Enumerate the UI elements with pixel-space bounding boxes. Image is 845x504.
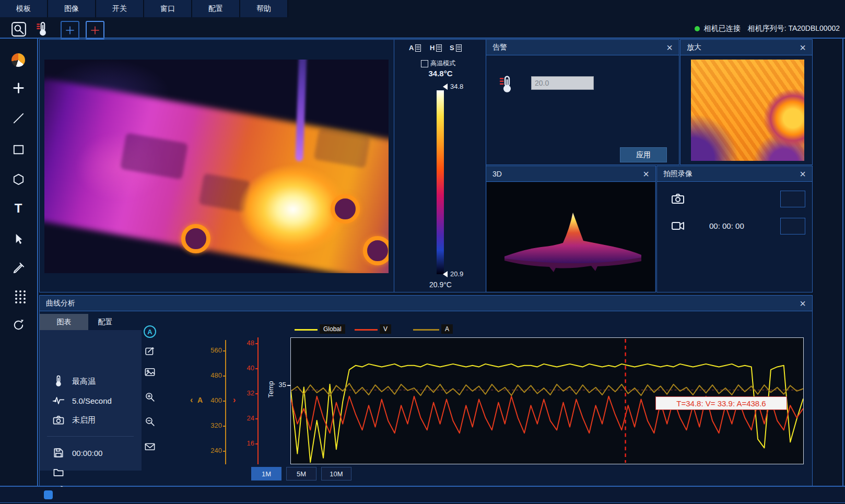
scale-min-temp: 20.9°C — [394, 280, 487, 289]
alarm-thermometer-button[interactable] — [34, 21, 51, 38]
3d-panel-title: 3D — [492, 170, 502, 178]
magnify-panel-titlebar: 放大 × — [680, 40, 812, 55]
open-folder-button[interactable] — [52, 465, 65, 479]
connection-status: 相机已连接 相机序列号: TA20DBL00002 — [695, 24, 840, 33]
auto-scale-button[interactable]: A — [144, 325, 156, 338]
dot-grid-icon — [15, 290, 17, 292]
photo-preview-box — [780, 191, 805, 207]
zoom-tool-button[interactable] — [10, 21, 27, 38]
menu-item-switch[interactable]: 开关 — [96, 0, 144, 17]
thermal-image[interactable] — [44, 60, 389, 273]
edit-chart-button[interactable] — [144, 345, 156, 357]
time-range-1m-button[interactable]: 1M — [251, 467, 281, 480]
thermal-ring — [181, 224, 210, 253]
stat-max-label: 最高温 — [72, 377, 96, 386]
scale-mode-auto-button[interactable]: A — [409, 44, 421, 52]
doc-icon — [415, 44, 421, 52]
legend-label-v[interactable]: V — [380, 324, 391, 334]
zoom-in-button[interactable] — [144, 391, 156, 403]
thermal-ring — [363, 236, 389, 265]
menu-item-window[interactable]: 窗口 — [144, 0, 192, 17]
zoom-in-icon — [144, 391, 156, 403]
polygon-icon — [11, 172, 26, 186]
scale-max-tick: 34.8 — [450, 83, 463, 90]
temperature-colorbar[interactable] — [437, 90, 444, 274]
record-time-setting[interactable]: 00:00:00 — [52, 446, 102, 460]
video-record-button[interactable] — [670, 218, 686, 233]
palette-icon — [11, 53, 25, 67]
sample-rate-setting[interactable]: 5.0/Second — [52, 393, 112, 408]
scale-mode-s-button[interactable]: S — [450, 44, 462, 52]
alarm-panel: 告警 × 应用 — [486, 39, 679, 165]
rectangle-icon — [11, 143, 26, 157]
line-tool-button[interactable] — [11, 111, 26, 125]
tab-chart[interactable]: 图表 — [40, 314, 88, 330]
menu-item-template[interactable]: 模板 — [0, 0, 48, 17]
doc-icon — [436, 44, 442, 52]
frame-line-top — [0, 38, 845, 39]
red-plus-icon — [89, 25, 101, 36]
add-window-active-button[interactable] — [86, 21, 104, 40]
close-icon[interactable]: × — [666, 42, 673, 53]
axis-a-tick: 240 — [204, 447, 222, 454]
magnifier-box-icon — [11, 21, 27, 37]
close-icon[interactable]: × — [643, 169, 649, 179]
high-temp-mode-label: 高温模式 — [430, 59, 455, 68]
menu-item-config[interactable]: 配置 — [192, 0, 240, 17]
legend-label-global[interactable]: Global — [320, 324, 345, 334]
pen-icon — [11, 261, 26, 275]
legend-label-a[interactable]: A — [441, 324, 453, 334]
scale-max-marker[interactable] — [443, 84, 448, 90]
high-temp-mode-checkbox[interactable] — [421, 60, 428, 67]
capture-panel-title: 拍照录像 — [663, 169, 693, 179]
pen-tool-button[interactable] — [11, 261, 26, 275]
3d-surface-plot — [493, 190, 650, 284]
tab-config[interactable]: 配置 — [88, 314, 122, 330]
scale-mode-h-button[interactable]: H — [430, 44, 442, 52]
snapshot-chart-button[interactable] — [144, 366, 156, 378]
time-range-5m-button[interactable]: 5M — [286, 467, 316, 480]
frame-line-left — [37, 38, 38, 487]
menu-item-image[interactable]: 图像 — [48, 0, 96, 17]
axis-prev-button[interactable]: ‹ — [190, 396, 193, 404]
axis-next-button[interactable]: › — [233, 396, 236, 404]
curve-chart-area[interactable]: T=34.8: V= 33.9: A=438.6 — [290, 337, 804, 464]
polygon-tool-button[interactable] — [11, 172, 26, 186]
axis-a-line — [225, 340, 226, 464]
camera-serial-label: 相机序列号: TA20DBL00002 — [748, 24, 840, 33]
close-icon[interactable]: × — [800, 298, 806, 309]
export-button[interactable] — [144, 440, 156, 453]
alarm-apply-button[interactable]: 应用 — [620, 147, 667, 162]
capture-state-setting[interactable]: 未启用 — [52, 413, 96, 427]
mode-s-label: S — [450, 44, 454, 52]
close-icon[interactable]: × — [800, 42, 806, 53]
menu-item-help[interactable]: 帮助 — [240, 0, 288, 17]
add-point-tool-button[interactable] — [11, 80, 26, 95]
matrix-tool-button[interactable] — [11, 289, 26, 303]
scale-min-marker[interactable] — [443, 271, 448, 277]
cursor-icon — [11, 232, 26, 247]
text-tool-button[interactable]: T — [11, 201, 26, 216]
alarm-panel-title: 告警 — [492, 43, 507, 52]
select-tool-button[interactable] — [11, 232, 26, 247]
3d-plot-area[interactable] — [487, 182, 655, 291]
legend-swatch-a — [413, 329, 439, 331]
alarm-threshold-input[interactable] — [531, 76, 594, 90]
axis-a-tick: 320 — [204, 421, 222, 429]
add-window-button[interactable] — [61, 21, 79, 40]
taskbar-app-icon[interactable] — [44, 490, 53, 499]
stat-max-setting[interactable]: 最高温 — [52, 374, 96, 389]
rectangle-tool-button[interactable] — [11, 142, 26, 157]
time-range-10m-button[interactable]: 10M — [321, 467, 351, 480]
photo-camera-button[interactable] — [670, 191, 686, 206]
zoom-out-button[interactable] — [144, 415, 156, 428]
envelope-icon — [144, 441, 156, 452]
scale-min-tick: 20.9 — [450, 270, 463, 278]
palette-tool-button[interactable] — [11, 53, 26, 67]
rotate-tool-button[interactable] — [11, 318, 26, 332]
close-icon[interactable]: × — [800, 169, 806, 179]
refresh-icon — [11, 318, 26, 332]
magnify-panel-title: 放大 — [687, 43, 701, 52]
axis-v-tick: 24 — [239, 414, 254, 422]
cursor-tooltip: T=34.8: V= 33.9: A=438.6 — [655, 396, 787, 410]
